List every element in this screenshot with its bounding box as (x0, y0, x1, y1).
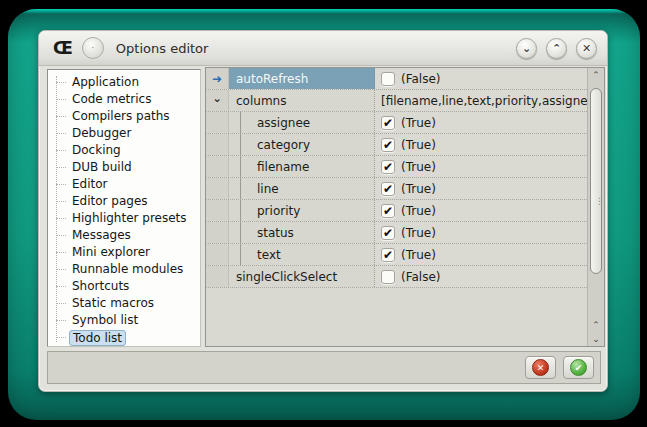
property-row-text[interactable]: text✔(True) (206, 244, 587, 266)
close-button[interactable]: ✕ (576, 38, 597, 59)
sidebar-item-label: Mini explorer (69, 244, 153, 261)
vertical-scrollbar[interactable]: ⌃ ⌃ ⌄ (587, 68, 604, 346)
sidebar-item-label: Application (69, 74, 142, 91)
property-row-filename[interactable]: filename✔(True) (206, 156, 587, 178)
property-value-cell: ✔(True) (375, 112, 587, 133)
sidebar-item-runnable-modules[interactable]: Runnable modules (52, 261, 198, 278)
checkbox-checked[interactable]: ✔ (381, 182, 395, 196)
sidebar-item-label: DUB build (69, 159, 135, 176)
sidebar-item-shortcuts[interactable]: Shortcuts (52, 278, 198, 295)
checkbox-checked[interactable]: ✔ (381, 248, 395, 262)
sidebar-item-dub-build[interactable]: DUB build (52, 159, 198, 176)
sidebar-item-compilers-paths[interactable]: Compilers paths (52, 108, 198, 125)
menu-dot-icon: · (92, 44, 95, 53)
property-row-columns[interactable]: ⌄columns[filename,line,text,priority,ass… (206, 90, 587, 112)
value-text: (True) (401, 204, 436, 218)
property-value-cell: ✔(True) (375, 134, 587, 155)
sidebar-item-editor[interactable]: Editor (52, 176, 198, 193)
tree-branch-line (56, 184, 66, 185)
property-row-status[interactable]: status✔(True) (206, 222, 587, 244)
property-row-category[interactable]: category✔(True) (206, 134, 587, 156)
row-gutter (206, 200, 229, 221)
sidebar-item-todo-list[interactable]: Todo list (52, 329, 198, 346)
accept-button[interactable]: ✔ (563, 356, 594, 379)
sidebar-item-label: Todo list (69, 330, 126, 346)
cancel-button[interactable]: ✕ (525, 356, 556, 379)
property-row-line[interactable]: line✔(True) (206, 178, 587, 200)
property-value-cell: ✔(True) (375, 244, 587, 265)
sidebar-item-docking[interactable]: Docking (52, 142, 198, 159)
scrollbar-thumb[interactable] (590, 88, 602, 274)
tree-branch-line (56, 235, 66, 236)
property-row-assignee[interactable]: assignee✔(True) (206, 112, 587, 134)
category-tree-panel: ApplicationCode metricsCompilers pathsDe… (47, 69, 201, 347)
row-gutter (206, 134, 229, 155)
property-row-singleClickSelect[interactable]: singleClickSelect(False) (206, 266, 587, 288)
property-name-label: text (229, 244, 375, 265)
value-text: (True) (401, 138, 436, 152)
checkbox-checked[interactable]: ✔ (381, 160, 395, 174)
property-value-cell: [filename,line,text,priority,assignee (375, 90, 587, 111)
maximize-button[interactable]: ⌃ (546, 38, 567, 59)
desktop-background: Œ · Options editor ⌄ ⌃ ✕ ApplicationCode… (0, 0, 647, 427)
property-name-label: category (229, 134, 375, 155)
sidebar-item-label: Symbol list (69, 312, 141, 329)
row-gutter: ➜ (206, 68, 229, 89)
chevron-up-icon: ⌃ (552, 42, 561, 55)
sidebar-item-static-macros[interactable]: Static macros (52, 295, 198, 312)
window-menu-button[interactable]: · (82, 37, 104, 59)
checkbox-checked[interactable]: ✔ (381, 204, 395, 218)
expand-collapse-chevron-icon[interactable]: ⌄ (212, 93, 221, 104)
row-gutter (206, 222, 229, 243)
checkbox-unchecked[interactable] (381, 72, 395, 86)
checkbox-unchecked[interactable] (381, 270, 395, 284)
sidebar-item-label: Compilers paths (69, 108, 173, 125)
property-value-cell: ✔(True) (375, 222, 587, 243)
row-gutter (206, 112, 229, 133)
checkbox-checked[interactable]: ✔ (381, 226, 395, 240)
titlebar[interactable]: Œ · Options editor ⌄ ⌃ ✕ (39, 31, 607, 66)
close-icon: ✕ (582, 42, 591, 55)
tree-branch-line (56, 303, 66, 304)
sidebar-item-label: Code metrics (69, 91, 154, 108)
scroll-up-button[interactable]: ⌃ (588, 68, 604, 82)
value-text: (True) (401, 248, 436, 262)
property-row-autoRefresh[interactable]: ➜autoRefresh(False) (206, 68, 587, 90)
property-name-label: line (229, 178, 375, 199)
sidebar-item-symbol-list[interactable]: Symbol list (52, 312, 198, 329)
property-value-cell: (False) (375, 266, 587, 287)
sidebar-item-code-metrics[interactable]: Code metrics (52, 91, 198, 108)
property-grid-rows: ➜autoRefresh(False)⌄columns[filename,lin… (206, 68, 587, 346)
tree-branch-line (56, 286, 66, 287)
property-row-priority[interactable]: priority✔(True) (206, 200, 587, 222)
tree-branch-line (56, 167, 66, 168)
sidebar-item-label: Messages (69, 227, 134, 244)
sidebar-item-messages[interactable]: Messages (52, 227, 198, 244)
edge-splitter-grip[interactable]: ⋮ (595, 199, 604, 203)
property-name-label: columns (229, 90, 375, 111)
value-text: (True) (401, 160, 436, 174)
tree-branch-line (56, 116, 66, 117)
scroll-up-button-2[interactable]: ⌃ (588, 318, 604, 332)
sidebar-item-application[interactable]: Application (52, 74, 198, 91)
value-text: (False) (401, 270, 441, 284)
tree-branch-line (56, 320, 66, 321)
sidebar-item-mini-explorer[interactable]: Mini explorer (52, 244, 198, 261)
property-name-label: status (229, 222, 375, 243)
sidebar-item-debugger[interactable]: Debugger (52, 125, 198, 142)
tree-branch-line (56, 150, 66, 151)
sidebar-item-editor-pages[interactable]: Editor pages (52, 193, 198, 210)
checkbox-checked[interactable]: ✔ (381, 116, 395, 130)
sidebar-item-label: Shortcuts (69, 278, 132, 295)
row-gutter (206, 156, 229, 177)
tree-branch-line (56, 99, 66, 100)
value-text: [filename,line,text,priority,assignee (381, 94, 587, 108)
tree-branch-line (56, 252, 66, 253)
minimize-button[interactable]: ⌄ (516, 38, 537, 59)
sidebar-item-label: Debugger (69, 125, 134, 142)
sidebar-item-highlighter-presets[interactable]: Highlighter presets (52, 210, 198, 227)
property-name-label: priority (229, 200, 375, 221)
sidebar-item-label: Docking (69, 142, 124, 159)
checkbox-checked[interactable]: ✔ (381, 138, 395, 152)
scroll-down-button[interactable]: ⌄ (588, 332, 604, 346)
